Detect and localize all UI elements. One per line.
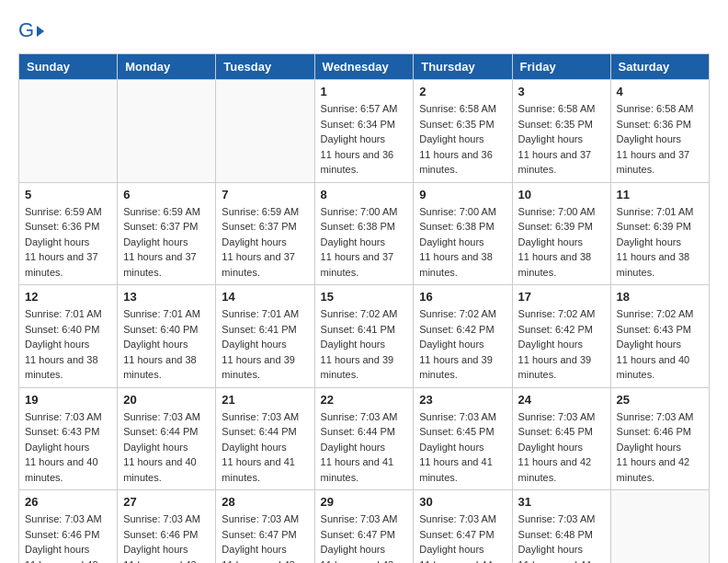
- day-number: 18: [617, 290, 703, 304]
- day-cell: 9Sunrise: 7:00 AMSunset: 6:38 PMDaylight…: [414, 182, 512, 285]
- day-number: 14: [222, 290, 308, 304]
- day-number: 5: [25, 188, 111, 201]
- day-info: Sunrise: 7:03 AMSunset: 6:47 PMDaylight …: [419, 511, 506, 563]
- weekday-header-tuesday: Tuesday: [216, 54, 314, 80]
- weekday-header-wednesday: Wednesday: [314, 54, 414, 80]
- day-cell: [19, 80, 118, 183]
- day-info: Sunrise: 7:01 AMSunset: 6:40 PMDaylight …: [123, 306, 210, 383]
- day-cell: 20Sunrise: 7:03 AMSunset: 6:44 PMDayligh…: [118, 387, 216, 490]
- day-cell: 28Sunrise: 7:03 AMSunset: 6:47 PMDayligh…: [216, 490, 314, 564]
- day-cell: 4Sunrise: 6:58 AMSunset: 6:36 PMDaylight…: [610, 80, 709, 183]
- day-cell: 29Sunrise: 7:03 AMSunset: 6:47 PMDayligh…: [314, 490, 414, 564]
- day-cell: 15Sunrise: 7:02 AMSunset: 6:41 PMDayligh…: [314, 285, 414, 388]
- day-info: Sunrise: 7:03 AMSunset: 6:46 PMDaylight …: [123, 511, 210, 563]
- week-row-5: 26Sunrise: 7:03 AMSunset: 6:46 PMDayligh…: [19, 490, 710, 564]
- day-info: Sunrise: 7:03 AMSunset: 6:45 PMDaylight …: [518, 409, 605, 486]
- week-row-4: 19Sunrise: 7:03 AMSunset: 6:43 PMDayligh…: [19, 387, 710, 490]
- day-number: 7: [222, 188, 308, 201]
- day-cell: 14Sunrise: 7:01 AMSunset: 6:41 PMDayligh…: [216, 285, 314, 388]
- weekday-header-saturday: Saturday: [610, 54, 709, 80]
- day-cell: 25Sunrise: 7:03 AMSunset: 6:46 PMDayligh…: [610, 387, 709, 490]
- day-info: Sunrise: 7:03 AMSunset: 6:43 PMDaylight …: [25, 409, 111, 486]
- day-cell: 10Sunrise: 7:00 AMSunset: 6:39 PMDayligh…: [512, 182, 610, 285]
- day-number: 26: [25, 495, 111, 509]
- day-cell: 31Sunrise: 7:03 AMSunset: 6:48 PMDayligh…: [512, 490, 610, 564]
- day-number: 25: [617, 393, 703, 407]
- day-info: Sunrise: 7:00 AMSunset: 6:38 PMDaylight …: [321, 204, 408, 281]
- day-cell: [216, 80, 314, 183]
- day-number: 2: [419, 85, 506, 98]
- logo: G: [18, 18, 46, 44]
- day-cell: 27Sunrise: 7:03 AMSunset: 6:46 PMDayligh…: [118, 490, 216, 564]
- day-number: 9: [419, 188, 506, 201]
- day-info: Sunrise: 6:58 AMSunset: 6:35 PMDaylight …: [518, 101, 605, 178]
- day-number: 15: [321, 290, 408, 304]
- week-row-3: 12Sunrise: 7:01 AMSunset: 6:40 PMDayligh…: [19, 285, 710, 388]
- day-number: 4: [617, 85, 703, 98]
- weekday-header-sunday: Sunday: [19, 54, 118, 80]
- day-cell: 7Sunrise: 6:59 AMSunset: 6:37 PMDaylight…: [216, 182, 314, 285]
- day-cell: 12Sunrise: 7:01 AMSunset: 6:40 PMDayligh…: [19, 285, 118, 388]
- day-info: Sunrise: 7:03 AMSunset: 6:44 PMDaylight …: [321, 409, 408, 486]
- day-info: Sunrise: 7:03 AMSunset: 6:44 PMDaylight …: [222, 409, 308, 486]
- day-cell: 6Sunrise: 6:59 AMSunset: 6:37 PMDaylight…: [118, 182, 216, 285]
- day-cell: 16Sunrise: 7:02 AMSunset: 6:42 PMDayligh…: [414, 285, 512, 388]
- day-number: 19: [25, 393, 111, 407]
- day-number: 23: [419, 393, 506, 407]
- day-info: Sunrise: 7:03 AMSunset: 6:45 PMDaylight …: [419, 409, 506, 486]
- calendar-table: SundayMondayTuesdayWednesdayThursdayFrid…: [18, 53, 710, 563]
- week-row-1: 1Sunrise: 6:57 AMSunset: 6:34 PMDaylight…: [19, 80, 710, 183]
- day-cell: 8Sunrise: 7:00 AMSunset: 6:38 PMDaylight…: [314, 182, 414, 285]
- day-info: Sunrise: 7:02 AMSunset: 6:42 PMDaylight …: [518, 306, 605, 383]
- day-number: 13: [123, 290, 210, 304]
- day-info: Sunrise: 6:59 AMSunset: 6:36 PMDaylight …: [25, 204, 111, 281]
- day-number: 22: [321, 393, 408, 407]
- day-number: 11: [617, 188, 703, 201]
- day-number: 24: [518, 393, 605, 407]
- day-number: 29: [321, 495, 408, 509]
- day-info: Sunrise: 7:02 AMSunset: 6:43 PMDaylight …: [617, 306, 703, 383]
- day-cell: 17Sunrise: 7:02 AMSunset: 6:42 PMDayligh…: [512, 285, 610, 388]
- day-cell: 5Sunrise: 6:59 AMSunset: 6:36 PMDaylight…: [19, 182, 118, 285]
- day-cell: 26Sunrise: 7:03 AMSunset: 6:46 PMDayligh…: [19, 490, 118, 564]
- weekday-header-row: SundayMondayTuesdayWednesdayThursdayFrid…: [19, 54, 710, 80]
- day-number: 3: [518, 85, 605, 98]
- day-number: 31: [518, 495, 605, 509]
- day-info: Sunrise: 7:03 AMSunset: 6:44 PMDaylight …: [123, 409, 210, 486]
- day-cell: [118, 80, 216, 183]
- day-number: 16: [419, 290, 506, 304]
- day-cell: [610, 490, 709, 564]
- day-info: Sunrise: 7:03 AMSunset: 6:46 PMDaylight …: [617, 409, 703, 486]
- day-cell: 19Sunrise: 7:03 AMSunset: 6:43 PMDayligh…: [19, 387, 118, 490]
- day-cell: 3Sunrise: 6:58 AMSunset: 6:35 PMDaylight…: [512, 80, 610, 183]
- day-cell: 13Sunrise: 7:01 AMSunset: 6:40 PMDayligh…: [118, 285, 216, 388]
- day-info: Sunrise: 6:58 AMSunset: 6:35 PMDaylight …: [419, 101, 506, 178]
- day-info: Sunrise: 7:02 AMSunset: 6:41 PMDaylight …: [321, 306, 408, 383]
- day-cell: 11Sunrise: 7:01 AMSunset: 6:39 PMDayligh…: [610, 182, 709, 285]
- svg-marker-1: [37, 26, 44, 37]
- day-cell: 2Sunrise: 6:58 AMSunset: 6:35 PMDaylight…: [414, 80, 512, 183]
- day-info: Sunrise: 7:03 AMSunset: 6:48 PMDaylight …: [518, 511, 605, 563]
- svg-text:G: G: [18, 18, 34, 41]
- day-cell: 23Sunrise: 7:03 AMSunset: 6:45 PMDayligh…: [414, 387, 512, 490]
- day-number: 1: [321, 85, 408, 98]
- day-number: 28: [222, 495, 308, 509]
- weekday-header-monday: Monday: [118, 54, 216, 80]
- day-info: Sunrise: 7:01 AMSunset: 6:39 PMDaylight …: [617, 204, 703, 281]
- day-number: 10: [518, 188, 605, 201]
- day-cell: 24Sunrise: 7:03 AMSunset: 6:45 PMDayligh…: [512, 387, 610, 490]
- day-info: Sunrise: 7:02 AMSunset: 6:42 PMDaylight …: [419, 306, 506, 383]
- day-info: Sunrise: 7:03 AMSunset: 6:47 PMDaylight …: [222, 511, 308, 563]
- day-info: Sunrise: 7:00 AMSunset: 6:39 PMDaylight …: [518, 204, 605, 281]
- day-number: 8: [321, 188, 408, 201]
- weekday-header-friday: Friday: [512, 54, 610, 80]
- day-number: 17: [518, 290, 605, 304]
- day-cell: 21Sunrise: 7:03 AMSunset: 6:44 PMDayligh…: [216, 387, 314, 490]
- day-cell: 22Sunrise: 7:03 AMSunset: 6:44 PMDayligh…: [314, 387, 414, 490]
- day-cell: 1Sunrise: 6:57 AMSunset: 6:34 PMDaylight…: [314, 80, 414, 183]
- day-number: 12: [25, 290, 111, 304]
- day-info: Sunrise: 7:01 AMSunset: 6:41 PMDaylight …: [222, 306, 308, 383]
- day-info: Sunrise: 6:59 AMSunset: 6:37 PMDaylight …: [222, 204, 308, 281]
- day-number: 6: [123, 188, 210, 201]
- day-info: Sunrise: 6:58 AMSunset: 6:36 PMDaylight …: [617, 101, 703, 178]
